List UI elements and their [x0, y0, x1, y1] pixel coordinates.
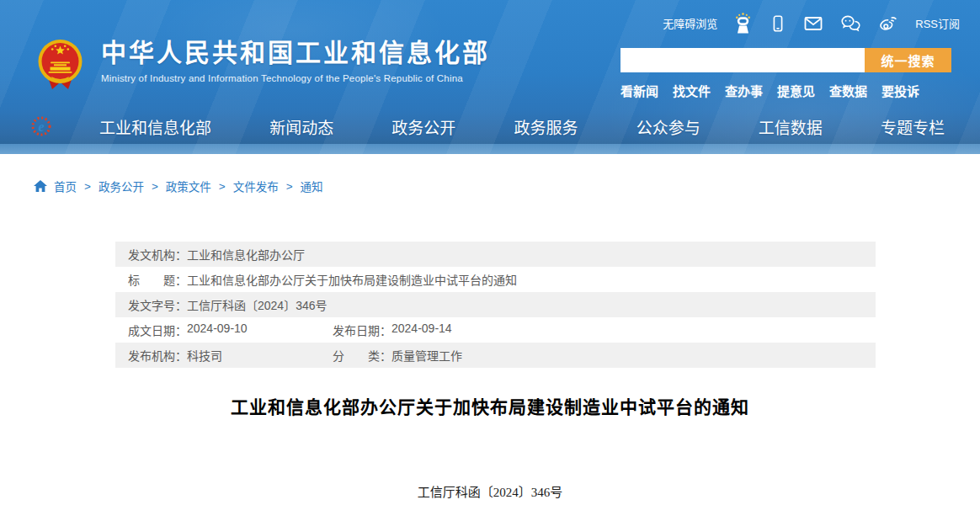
breadcrumb-policy-documents[interactable]: 政策文件	[166, 178, 211, 194]
search-area: 统一搜索 看新闻 找文件 查办事 提意见 查数据 要投诉	[620, 48, 960, 99]
meta-cell: 发布日期： 2024-09-14	[333, 322, 452, 338]
quick-link-services[interactable]: 查办事	[725, 82, 763, 99]
meta-row-publisher-category: 发布机构： 科技司 分 类： 质量管理工作	[115, 343, 876, 368]
quick-link-feedback[interactable]: 提意见	[777, 82, 815, 99]
weibo-icon[interactable]	[877, 13, 899, 34]
meta-label: 发文字号：	[128, 296, 187, 313]
article-title: 工业和信息化部办公厅关于加快布局建设制造业中试平台的通知	[0, 393, 980, 418]
meta-cell: 成文日期： 2024-09-10	[128, 322, 333, 338]
svg-text:e: e	[38, 120, 44, 134]
meta-value: 2024-09-10	[187, 322, 248, 338]
breadcrumb-notice[interactable]: 通知	[301, 178, 323, 194]
brand-text: 中华人民共和国工业和信息化部 Ministry of Industry and …	[101, 38, 490, 83]
national-emblem	[38, 38, 83, 95]
meta-cell: 发文字号： 工信厅科函〔2024〕346号	[128, 296, 328, 313]
meta-value: 工业和信息化部办公厅	[187, 246, 305, 263]
breadcrumb: 首页 > 政务公开 > 政策文件 > 文件发布 > 通知	[34, 178, 323, 194]
nav-item-gov-disclosure[interactable]: 政务公开	[391, 115, 455, 138]
meta-row-issuing-agency: 发文机构： 工业和信息化部办公厅	[115, 242, 876, 267]
nav-item-public-participation[interactable]: 公众参与	[636, 115, 700, 138]
breadcrumb-separator: >	[286, 180, 293, 193]
meta-value: 质量管理工作	[391, 347, 462, 364]
meta-row-title: 标 题： 工业和信息化部办公厅关于加快布局建设制造业中试平台的通知	[115, 267, 876, 292]
main-nav: e 工业和信息化部 新闻动态 政务公开 政务服务 公众参与 工信数据 专题专栏	[0, 108, 980, 145]
breadcrumb-home[interactable]: 首页	[54, 178, 77, 194]
article-doc-number: 工信厅科函〔2024〕346号	[0, 482, 980, 500]
doc-meta-table: 发文机构： 工业和信息化部办公厅 标 题： 工业和信息化部办公厅关于加快布局建设…	[115, 242, 876, 368]
miit-logo-icon: e	[30, 115, 52, 141]
quick-link-news[interactable]: 看新闻	[620, 82, 658, 99]
breadcrumb-separator: >	[219, 180, 226, 193]
quick-links: 看新闻 找文件 查办事 提意见 查数据 要投诉	[620, 82, 960, 99]
quick-link-complaint[interactable]: 要投诉	[881, 82, 919, 99]
meta-label: 发布机构：	[128, 347, 187, 364]
wechat-icon[interactable]	[839, 13, 861, 34]
nav-item-special-topics[interactable]: 专题专栏	[881, 115, 945, 138]
topbar: 无障碍浏览	[663, 12, 960, 35]
meta-value: 工信厅科函〔2024〕346号	[187, 296, 328, 313]
rss-link[interactable]: RSS订阅	[915, 15, 960, 31]
meta-value: 科技司	[187, 347, 222, 364]
quick-link-files[interactable]: 找文件	[673, 82, 711, 99]
meta-cell: 分 类： 质量管理工作	[333, 347, 462, 364]
meta-label: 发布日期：	[333, 322, 391, 338]
breadcrumb-gov-disclosure[interactable]: 政务公开	[99, 178, 144, 194]
meta-label: 标 题：	[128, 271, 187, 288]
search-button[interactable]: 统一搜索	[865, 48, 951, 72]
brand: 中华人民共和国工业和信息化部 Ministry of Industry and …	[38, 38, 490, 95]
meta-label: 发文机构：	[128, 246, 187, 263]
meta-row-dates: 成文日期： 2024-09-10 发布日期： 2024-09-14	[115, 317, 876, 343]
breadcrumb-document-release[interactable]: 文件发布	[233, 178, 279, 194]
meta-label: 成文日期：	[128, 322, 187, 338]
breadcrumb-separator: >	[152, 180, 158, 193]
accessibility-link[interactable]: 无障碍浏览	[663, 15, 717, 31]
home-icon[interactable]	[34, 180, 47, 192]
mobile-icon[interactable]	[769, 13, 787, 34]
quick-link-data[interactable]: 查数据	[829, 82, 867, 99]
breadcrumb-separator: >	[84, 180, 91, 193]
meta-row-doc-number: 发文字号： 工信厅科函〔2024〕346号	[115, 292, 876, 317]
meta-cell: 标 题： 工业和信息化部办公厅关于加快布局建设制造业中试平台的通知	[128, 271, 517, 288]
search-input[interactable]	[620, 48, 865, 72]
nav-item-miit[interactable]: 工业和信息化部	[99, 115, 211, 138]
page: 无障碍浏览	[0, 0, 980, 505]
meta-value: 2024-09-14	[391, 322, 452, 338]
nav-item-news[interactable]: 新闻动态	[269, 115, 333, 138]
meta-value: 工业和信息化部办公厅关于加快布局建设制造业中试平台的通知	[187, 271, 517, 288]
meta-label: 分 类：	[333, 347, 391, 364]
nav-item-gov-services[interactable]: 政务服务	[514, 115, 578, 138]
site-header: 无障碍浏览	[0, 0, 980, 154]
content: 首页 > 政务公开 > 政策文件 > 文件发布 > 通知 发文机构： 工业和信息…	[0, 154, 980, 505]
nav-links: 工业和信息化部 新闻动态 政务公开 政务服务 公众参与 工信数据 专题专栏	[99, 115, 945, 138]
nav-item-data[interactable]: 工信数据	[759, 115, 823, 138]
site-title: 中华人民共和国工业和信息化部	[101, 38, 490, 68]
meta-cell: 发文机构： 工业和信息化部办公厅	[128, 246, 305, 263]
mail-icon[interactable]	[803, 13, 823, 34]
meta-cell: 发布机构： 科技司	[128, 347, 333, 364]
robot-mascot-icon[interactable]	[733, 12, 753, 35]
site-subtitle: Ministry of Industry and Information Tec…	[101, 73, 490, 83]
